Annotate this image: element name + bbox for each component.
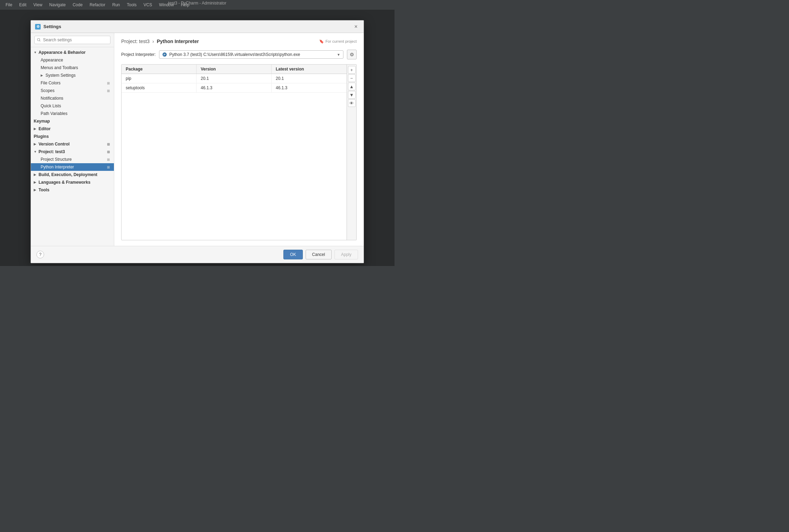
sidebar-item-project-structure[interactable]: Project Structure ⊞ <box>31 156 114 163</box>
help-button[interactable]: ? <box>36 251 44 258</box>
python-icon: P <box>162 52 167 57</box>
sidebar-item-plugins[interactable]: Plugins <box>31 133 114 140</box>
menu-file[interactable]: File <box>3 2 15 8</box>
sidebar-item-label: Path Variables <box>41 111 67 116</box>
sidebar-item-appearance[interactable]: Appearance <box>31 56 114 64</box>
sidebar-item-notifications[interactable]: Notifications <box>31 94 114 102</box>
table-side-actions: + − ▲ ▼ 👁 <box>347 65 356 240</box>
project-icon: ⊞ <box>107 150 110 154</box>
search-box <box>31 33 114 47</box>
dialog-footer: ? OK Cancel Apply <box>31 246 364 263</box>
sidebar-item-version-control[interactable]: ▶ Version Control ⊞ <box>31 140 114 148</box>
package-version-setuptools: 46.1.3 <box>197 83 272 92</box>
file-colors-icon: ⊞ <box>107 81 110 85</box>
package-table: Package Version Latest version pip 20.1 … <box>121 64 357 240</box>
menu-refactor[interactable]: Refactor <box>87 2 108 8</box>
chevron-down-icon: ▼ <box>337 53 340 57</box>
package-latest-setuptools: 46.1.3 <box>272 83 347 92</box>
settings-sidebar: ▼ Appearance & Behavior Appearance Menus… <box>31 33 114 246</box>
menu-window[interactable]: Window <box>156 2 177 8</box>
package-table-header: Package Version Latest version <box>122 65 347 74</box>
menu-view[interactable]: View <box>31 2 45 8</box>
show-details-button[interactable]: 👁 <box>348 99 356 107</box>
downgrade-package-button[interactable]: ▼ <box>348 91 356 99</box>
sidebar-item-label: Menus and Toolbars <box>41 65 78 70</box>
menu-bar: File Edit View Navigate Code Refactor Ru… <box>0 0 394 10</box>
package-version-pip: 20.1 <box>197 74 272 83</box>
sidebar-item-quick-lists[interactable]: Quick Lists <box>31 102 114 110</box>
sidebar-item-label: Scopes <box>41 88 55 93</box>
interpreter-settings-button[interactable]: ⚙ <box>347 50 357 59</box>
sidebar-item-scopes[interactable]: Scopes ⊞ <box>31 87 114 94</box>
sidebar-item-label: Appearance & Behavior <box>39 50 85 55</box>
remove-package-button[interactable]: − <box>348 74 356 82</box>
sidebar-item-system-settings[interactable]: ▶ System Settings <box>31 72 114 79</box>
sidebar-item-label: Quick Lists <box>41 103 61 108</box>
sidebar-item-label: System Settings <box>45 73 76 78</box>
sidebar-item-label: Appearance <box>41 58 63 63</box>
apply-button[interactable]: Apply <box>334 250 358 259</box>
table-row[interactable]: pip 20.1 20.1 <box>122 74 347 83</box>
interpreter-dropdown-text: Python 3.7 (test3) C:\Users\86159\.virtu… <box>169 52 337 57</box>
menu-edit[interactable]: Edit <box>16 2 29 8</box>
sidebar-item-label: Project Structure <box>41 157 72 162</box>
sidebar-item-tools[interactable]: ▶ Tools <box>31 186 114 194</box>
sidebar-item-file-colors[interactable]: File Colors ⊞ <box>31 79 114 87</box>
sidebar-item-label: Build, Execution, Deployment <box>39 172 97 177</box>
arrow-icon: ▼ <box>34 51 37 54</box>
bookmark-icon: 🔖 <box>319 39 324 44</box>
sidebar-item-label: Languages & Frameworks <box>39 180 90 185</box>
menu-code[interactable]: Code <box>70 2 85 8</box>
search-input[interactable] <box>34 36 110 44</box>
breadcrumb: Project: test3 › Python Interpreter 🔖 Fo… <box>121 39 357 44</box>
sidebar-item-menus-toolbars[interactable]: Menus and Toolbars <box>31 64 114 72</box>
sidebar-item-label: Version Control <box>39 142 69 147</box>
sidebar-item-project[interactable]: ▼ Project: test3 ⊞ <box>31 148 114 156</box>
sidebar-item-label: Notifications <box>41 96 63 101</box>
version-control-icon: ⊞ <box>107 142 110 146</box>
upgrade-package-button[interactable]: ▲ <box>348 83 356 90</box>
sidebar-item-python-interpreter[interactable]: Python Interpreter ⊞ <box>31 163 114 171</box>
interpreter-dropdown[interactable]: P Python 3.7 (test3) C:\Users\86159\.vir… <box>159 50 343 59</box>
settings-content: Project: test3 › Python Interpreter 🔖 Fo… <box>114 33 364 246</box>
settings-icon: ⚙ <box>35 24 41 30</box>
interpreter-label: Project Interpreter: <box>121 52 156 57</box>
arrow-icon: ▶ <box>34 181 37 184</box>
breadcrumb-project: Project: test3 <box>121 39 150 44</box>
for-current-project-label: For current project <box>325 39 357 43</box>
sidebar-item-label: Keymap <box>34 119 50 124</box>
sidebar-item-appearance-behavior[interactable]: ▼ Appearance & Behavior <box>31 49 114 56</box>
settings-dialog: ⚙ Settings × ▼ Appearance & Behavior <box>31 20 364 263</box>
sidebar-item-label: Tools <box>39 188 49 192</box>
menu-help[interactable]: Help <box>178 2 192 8</box>
menu-run[interactable]: Run <box>109 2 123 8</box>
sidebar-item-build-execution[interactable]: ▶ Build, Execution, Deployment <box>31 171 114 178</box>
package-latest-pip: 20.1 <box>272 74 347 83</box>
arrow-icon: ▶ <box>41 74 44 77</box>
sidebar-item-keymap[interactable]: Keymap <box>31 117 114 125</box>
add-package-button[interactable]: + <box>348 66 356 74</box>
arrow-icon: ▶ <box>34 188 37 192</box>
sidebar-item-label: Python Interpreter <box>41 165 74 169</box>
ok-button[interactable]: OK <box>283 250 302 259</box>
footer-right: OK Cancel Apply <box>283 250 358 259</box>
cancel-button[interactable]: Cancel <box>306 250 332 259</box>
dialog-body: ▼ Appearance & Behavior Appearance Menus… <box>31 33 364 246</box>
sidebar-tree: ▼ Appearance & Behavior Appearance Menus… <box>31 47 114 246</box>
arrow-icon: ▼ <box>34 150 37 153</box>
package-name-pip: pip <box>122 74 197 83</box>
modal-overlay: ⚙ Settings × ▼ Appearance & Behavior <box>0 10 394 266</box>
breadcrumb-separator: › <box>152 39 154 44</box>
package-table-body: pip 20.1 20.1 setuptools 46.1.3 46.1.3 <box>122 74 347 93</box>
dialog-title: ⚙ Settings <box>35 24 61 30</box>
menu-tools[interactable]: Tools <box>124 2 139 8</box>
sidebar-item-editor[interactable]: ▶ Editor <box>31 125 114 133</box>
dialog-title-text: Settings <box>43 24 61 29</box>
sidebar-item-path-variables[interactable]: Path Variables <box>31 110 114 117</box>
sidebar-item-languages-frameworks[interactable]: ▶ Languages & Frameworks <box>31 178 114 186</box>
menu-navigate[interactable]: Navigate <box>47 2 68 8</box>
menu-vcs[interactable]: VCS <box>141 2 155 8</box>
dialog-titlebar: ⚙ Settings × <box>31 20 364 33</box>
close-button[interactable]: × <box>352 23 359 30</box>
table-row[interactable]: setuptools 46.1.3 46.1.3 <box>122 83 347 93</box>
